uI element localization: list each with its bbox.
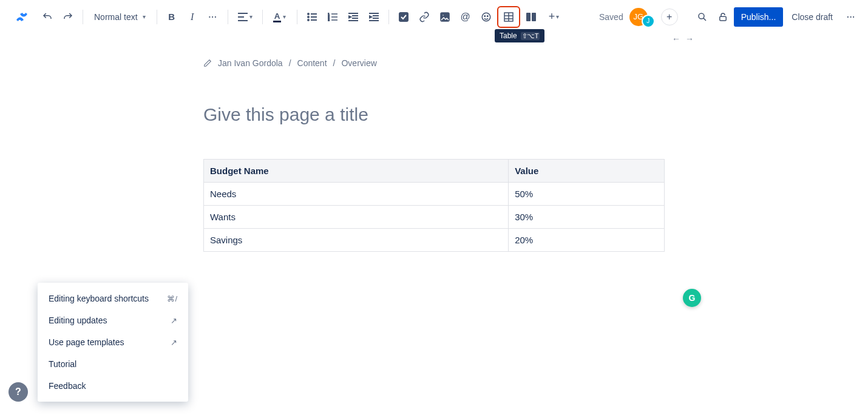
- svg-point-28: [487, 15, 488, 16]
- help-item-label: Editing updates: [49, 315, 107, 325]
- table-cell[interactable]: 50%: [509, 183, 665, 206]
- text-style-label: Normal text: [94, 12, 138, 22]
- restrictions-button[interactable]: [713, 7, 733, 27]
- chevron-down-icon: ▾: [143, 13, 146, 20]
- help-item-label: Tutorial: [49, 359, 76, 369]
- collaborator-avatars: JG J: [629, 6, 655, 28]
- page-width-toggle[interactable]: ← →: [672, 34, 695, 44]
- table-button[interactable]: [497, 6, 520, 28]
- svg-rect-34: [532, 13, 536, 21]
- help-item-feedback[interactable]: Feedback: [38, 375, 188, 397]
- mention-button[interactable]: @: [456, 7, 475, 27]
- publish-button[interactable]: Publish...: [734, 7, 784, 27]
- breadcrumb-parent[interactable]: Content: [297, 58, 327, 68]
- layouts-button[interactable]: [521, 7, 541, 27]
- emoji-button[interactable]: [476, 7, 496, 27]
- table-cell[interactable]: Savings: [204, 229, 509, 252]
- table-row: Savings 20%: [204, 229, 665, 252]
- numbered-list-button[interactable]: 123: [323, 7, 342, 27]
- breadcrumb-author[interactable]: Jan Ivan Gordola: [218, 58, 283, 68]
- table-cell[interactable]: Needs: [204, 183, 509, 206]
- table-cell[interactable]: Wants: [204, 206, 509, 229]
- saved-indicator: Saved: [599, 12, 623, 22]
- separator: [83, 10, 83, 24]
- help-item-hint: ⌘/: [167, 294, 177, 303]
- table-header-row: Budget Name Value: [204, 160, 665, 183]
- find-button[interactable]: [693, 7, 712, 27]
- help-item-updates[interactable]: Editing updates ↗: [38, 309, 188, 331]
- svg-point-5: [308, 16, 309, 18]
- external-link-icon: ↗: [171, 316, 177, 325]
- separator: [388, 10, 389, 24]
- help-button[interactable]: ?: [8, 382, 28, 402]
- more-actions-button[interactable]: ···: [841, 7, 861, 27]
- help-item-templates[interactable]: Use page templates ↗: [38, 331, 188, 353]
- help-item-label: Use page templates: [49, 337, 124, 347]
- table-header-cell[interactable]: Budget Name: [204, 160, 509, 183]
- external-link-icon: ↗: [171, 338, 177, 347]
- table-cell[interactable]: 30%: [509, 206, 665, 229]
- action-item-button[interactable]: [394, 7, 413, 27]
- undo-button[interactable]: [38, 7, 57, 27]
- svg-rect-33: [526, 13, 531, 21]
- separator: [262, 10, 263, 24]
- page-title-input[interactable]: [203, 104, 665, 125]
- chevron-down-icon: ▾: [556, 13, 559, 20]
- separator: [157, 10, 157, 24]
- svg-line-36: [704, 18, 706, 20]
- link-button[interactable]: [415, 7, 434, 27]
- bold-button[interactable]: B: [162, 7, 181, 27]
- table-row: Wants 30%: [204, 206, 665, 229]
- text-style-dropdown[interactable]: Normal text ▾: [88, 7, 152, 27]
- svg-rect-23: [399, 12, 409, 22]
- help-menu: Editing keyboard shortcuts ⌘/ Editing up…: [38, 283, 188, 402]
- indent-button[interactable]: [364, 7, 384, 27]
- redo-button[interactable]: [58, 7, 78, 27]
- image-button[interactable]: [435, 7, 455, 27]
- svg-point-7: [308, 19, 309, 21]
- more-formatting-button[interactable]: ···: [203, 7, 223, 27]
- insert-more-button[interactable]: +▾: [542, 7, 566, 27]
- separator: [297, 10, 297, 24]
- help-item-tutorial[interactable]: Tutorial: [38, 353, 188, 375]
- breadcrumb: Jan Ivan Gordola / Content / Overview: [203, 58, 665, 68]
- separator: [228, 10, 228, 24]
- app-logo[interactable]: [7, 10, 36, 24]
- outdent-button[interactable]: [344, 7, 363, 27]
- breadcrumb-current[interactable]: Overview: [341, 58, 376, 68]
- text-color-button[interactable]: A▾: [268, 7, 292, 27]
- help-item-label: Feedback: [49, 381, 86, 391]
- editor-toolbar: Normal text ▾ B I ··· ▾ A▾ 123 @ +▾ Save…: [0, 0, 868, 34]
- close-draft-button[interactable]: Close draft: [784, 7, 840, 27]
- svg-rect-37: [719, 16, 726, 21]
- avatar[interactable]: J: [642, 15, 655, 28]
- invite-button[interactable]: +: [661, 8, 678, 25]
- chevron-down-icon: ▾: [283, 13, 286, 20]
- content-table[interactable]: Budget Name Value Needs 50% Wants 30% Sa…: [203, 159, 665, 252]
- chevron-down-icon: ▾: [249, 13, 253, 20]
- svg-text:3: 3: [328, 18, 330, 21]
- bullet-list-button[interactable]: [302, 7, 322, 27]
- italic-button[interactable]: I: [183, 7, 202, 27]
- edit-icon: [203, 59, 212, 67]
- table-cell[interactable]: 20%: [509, 229, 665, 252]
- svg-point-35: [699, 13, 704, 19]
- breadcrumb-separator: /: [289, 58, 291, 68]
- alignment-button[interactable]: ▾: [233, 7, 257, 27]
- help-item-shortcuts[interactable]: Editing keyboard shortcuts ⌘/: [38, 288, 188, 309]
- svg-point-3: [308, 13, 309, 15]
- svg-point-25: [442, 14, 444, 16]
- table-row: Needs 50%: [204, 183, 665, 206]
- grammarly-badge[interactable]: G: [683, 289, 701, 307]
- table-header-cell[interactable]: Value: [509, 160, 665, 183]
- help-item-label: Editing keyboard shortcuts: [49, 294, 149, 303]
- svg-point-27: [484, 15, 486, 16]
- breadcrumb-separator: /: [333, 58, 336, 68]
- svg-point-26: [482, 13, 490, 21]
